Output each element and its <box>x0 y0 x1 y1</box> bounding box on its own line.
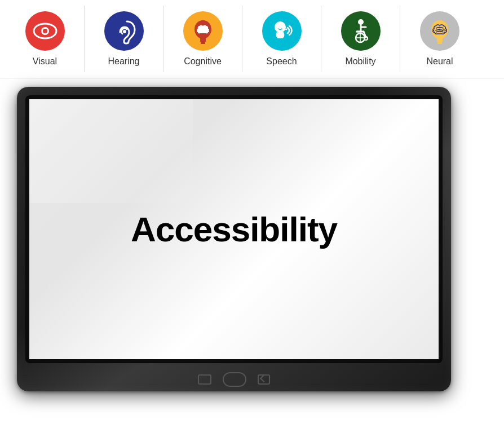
nav-item-visual[interactable]: Visual <box>6 6 85 72</box>
svg-point-2 <box>43 29 47 33</box>
visual-icon-svg <box>31 17 59 45</box>
accessibility-text: Accessibility <box>131 209 337 249</box>
svg-point-10 <box>364 37 368 40</box>
speech-icon-svg <box>268 17 296 45</box>
hearing-label: Hearing <box>108 56 139 67</box>
cognitive-icon-bg <box>183 11 223 51</box>
mobility-icon-svg <box>347 17 375 45</box>
tablet-screen: Accessibility <box>29 99 439 359</box>
hearing-icon-svg <box>110 17 138 45</box>
tablet-shell: Accessibility <box>17 87 451 391</box>
neural-icon-svg <box>426 17 454 45</box>
tablet-section: Accessibility <box>0 81 504 397</box>
tablet-device: Accessibility <box>17 87 451 391</box>
cognitive-label: Cognitive <box>184 56 222 67</box>
svg-rect-4 <box>201 42 205 44</box>
nav-item-neural[interactable]: Neural <box>400 6 479 72</box>
mobility-label: Mobility <box>345 56 375 67</box>
tablet-bottom-bar <box>198 372 270 387</box>
tablet-home-button[interactable] <box>223 372 246 387</box>
neural-label: Neural <box>426 56 453 67</box>
mobility-icon-bg <box>341 11 381 51</box>
hearing-icon-bg <box>104 11 144 51</box>
nav-item-mobility[interactable]: Mobility <box>321 6 400 72</box>
svg-rect-11 <box>437 42 442 44</box>
accessibility-nav: Visual Hearing Cognitive <box>0 0 504 78</box>
nav-item-speech[interactable]: Speech <box>242 6 321 72</box>
neural-icon-bg <box>420 11 459 51</box>
tablet-recent-button[interactable] <box>258 374 270 385</box>
nav-item-cognitive[interactable]: Cognitive <box>163 6 242 72</box>
svg-point-3 <box>123 30 126 33</box>
cognitive-icon-svg <box>189 17 217 45</box>
visual-icon-bg <box>25 11 65 51</box>
speech-icon-bg <box>262 11 302 51</box>
visual-label: Visual <box>33 56 57 67</box>
nav-item-hearing[interactable]: Hearing <box>85 6 163 72</box>
tablet-back-button[interactable] <box>198 374 211 385</box>
svg-point-5 <box>275 21 286 33</box>
speech-label: Speech <box>266 56 297 67</box>
